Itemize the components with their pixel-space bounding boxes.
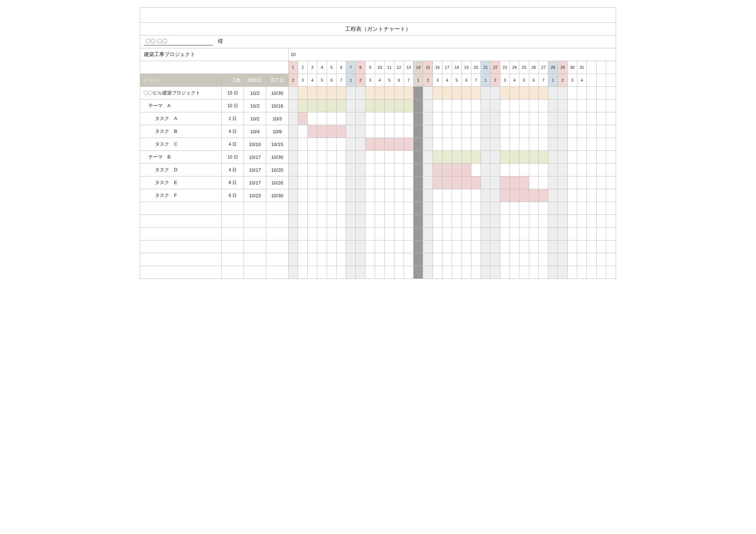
gantt-cell — [548, 151, 558, 164]
gantt-cell — [596, 176, 606, 189]
gantt-cell — [481, 215, 490, 228]
gantt-cell — [298, 100, 307, 112]
gantt-cell — [596, 189, 606, 202]
gantt-cell — [587, 138, 596, 151]
gantt-cell — [500, 202, 509, 215]
gantt-cell — [308, 87, 317, 100]
day-of-month: 7 — [346, 61, 356, 74]
gantt-cell — [375, 228, 385, 240]
gantt-cell — [414, 215, 423, 228]
gantt-cell — [288, 125, 298, 138]
weekday-number: 5 — [385, 74, 394, 87]
weekday-number: 4 — [375, 74, 385, 87]
gantt-cell — [298, 151, 307, 164]
gantt-cell — [500, 240, 509, 253]
gantt-cell — [356, 164, 365, 176]
gantt-cell — [490, 215, 500, 228]
gantt-cell — [452, 215, 462, 228]
gantt-cell — [567, 176, 577, 189]
gantt-cell — [385, 100, 394, 112]
gantt-cell — [529, 253, 538, 266]
gantt-cell — [375, 240, 385, 253]
gantt-cell — [558, 176, 567, 189]
gantt-cell — [375, 189, 385, 202]
gantt-cell — [356, 240, 365, 253]
weekday-number: 1 — [414, 74, 423, 87]
task-duration: 8 日 — [222, 176, 244, 189]
gantt-cell — [500, 138, 509, 151]
gantt-cell — [462, 266, 471, 279]
gantt-cell — [317, 138, 327, 151]
gantt-cell — [288, 176, 298, 189]
day-of-month: 29 — [558, 61, 567, 74]
weekday-number: 7 — [471, 74, 481, 87]
weekday-number: 4 — [308, 74, 317, 87]
gantt-cell — [490, 125, 500, 138]
gantt-cell — [481, 253, 490, 266]
gantt-cell — [433, 125, 442, 138]
day-of-month: 11 — [385, 61, 394, 74]
gantt-cell — [548, 240, 558, 253]
gantt-cell — [336, 253, 346, 266]
gantt-cell — [471, 112, 481, 125]
gantt-cell — [500, 164, 509, 176]
gantt-cell — [404, 266, 413, 279]
weekday-number — [596, 74, 606, 87]
gantt-cell — [490, 100, 500, 112]
gantt-cell — [394, 125, 404, 138]
gantt-cell — [327, 253, 336, 266]
gantt-cell — [346, 266, 356, 279]
gantt-cell — [462, 215, 471, 228]
gantt-cell — [548, 138, 558, 151]
gantt-cell — [356, 176, 365, 189]
gantt-cell — [606, 151, 616, 164]
gantt-cell — [558, 164, 567, 176]
gantt-cell — [317, 176, 327, 189]
gantt-cell — [433, 87, 442, 100]
gantt-cell — [596, 202, 606, 215]
gantt-cell — [433, 151, 442, 164]
gantt-cell — [346, 100, 356, 112]
gantt-cell — [462, 164, 471, 176]
gantt-cell — [471, 215, 481, 228]
gantt-cell — [365, 87, 375, 100]
gantt-cell — [596, 253, 606, 266]
weekday-number: 5 — [317, 74, 327, 87]
gantt-cell — [375, 176, 385, 189]
gantt-cell — [298, 228, 307, 240]
day-of-month — [606, 61, 616, 74]
gantt-cell — [365, 253, 375, 266]
gantt-cell — [471, 87, 481, 100]
gantt-cell — [308, 228, 317, 240]
gantt-cell — [587, 228, 596, 240]
gantt-cell — [423, 266, 433, 279]
day-of-month: 15 — [423, 61, 433, 74]
gantt-cell — [577, 100, 586, 112]
gantt-cell — [308, 240, 317, 253]
day-of-month: 14 — [414, 61, 423, 74]
gantt-cell — [596, 266, 606, 279]
gantt-cell — [481, 202, 490, 215]
gantt-cell — [433, 100, 442, 112]
day-of-month: 16 — [433, 61, 442, 74]
gantt-cell — [587, 100, 596, 112]
gantt-cell — [509, 100, 519, 112]
gantt-cell — [356, 266, 365, 279]
gantt-cell — [288, 266, 298, 279]
gantt-cell — [394, 87, 404, 100]
day-of-month: 26 — [529, 61, 538, 74]
gantt-cell — [529, 125, 538, 138]
task-name: タスク F — [140, 189, 222, 202]
gantt-cell — [442, 112, 452, 125]
gantt-cell — [587, 189, 596, 202]
gantt-cell — [452, 240, 462, 253]
gantt-cell — [298, 176, 307, 189]
gantt-cell — [288, 189, 298, 202]
gantt-cell — [452, 164, 462, 176]
gantt-cell — [356, 202, 365, 215]
gantt-cell — [414, 228, 423, 240]
gantt-cell — [577, 266, 586, 279]
task-end: 10/30 — [266, 189, 288, 202]
gantt-cell — [481, 112, 490, 125]
task-name: タスク B — [140, 125, 222, 138]
